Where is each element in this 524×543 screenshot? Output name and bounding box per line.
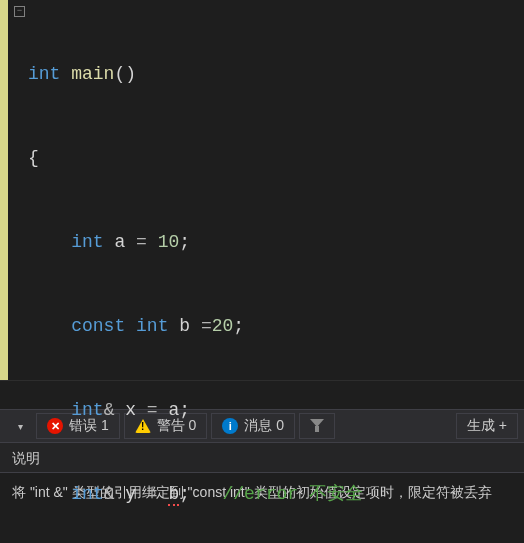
token-number: 20 bbox=[212, 316, 234, 336]
token-brace: { bbox=[28, 148, 39, 168]
code-editor[interactable]: − int main() { int a = 10; const int b =… bbox=[0, 0, 524, 380]
token-parens: () bbox=[114, 64, 136, 84]
chevron-down-icon: ▾ bbox=[18, 421, 23, 432]
token-ident: b bbox=[179, 316, 190, 336]
token-keyword: const bbox=[71, 316, 125, 336]
token-semi: ; bbox=[179, 400, 190, 420]
warning-icon bbox=[135, 419, 151, 433]
token-ident: a bbox=[114, 232, 125, 252]
token-function: main bbox=[71, 64, 114, 84]
code-line: int main() bbox=[26, 60, 524, 88]
token-semi: ; bbox=[179, 232, 190, 252]
token-op: = bbox=[136, 400, 168, 420]
token-semi: ; bbox=[179, 484, 190, 504]
token-type: int bbox=[71, 232, 103, 252]
token-semi: ; bbox=[233, 316, 244, 336]
token-op: = bbox=[125, 232, 157, 252]
token-type: int bbox=[28, 64, 60, 84]
filter-icon bbox=[310, 419, 324, 433]
code-line: int& y = b; //error 不安全 bbox=[26, 480, 524, 508]
token-type: int bbox=[136, 316, 168, 336]
editor-gutter: − bbox=[0, 0, 22, 380]
token-ident: x bbox=[125, 400, 136, 420]
code-line: { bbox=[26, 144, 524, 172]
token-op: = bbox=[136, 484, 168, 504]
code-area[interactable]: int main() { int a = 10; const int b =20… bbox=[22, 0, 524, 380]
token-type: int bbox=[71, 400, 103, 420]
token-number: 10 bbox=[158, 232, 180, 252]
token-comment: //error 不安全 bbox=[223, 484, 363, 504]
token-ident: y bbox=[125, 484, 136, 504]
code-line: int& x = a; bbox=[26, 396, 524, 424]
token-ident: a bbox=[168, 400, 179, 420]
code-line: const int b =20; bbox=[26, 312, 524, 340]
token-op: & bbox=[104, 400, 115, 420]
code-line: int a = 10; bbox=[26, 228, 524, 256]
token-op: & bbox=[104, 484, 115, 504]
token-op: = bbox=[190, 316, 212, 336]
token-ident-error: b bbox=[168, 484, 179, 506]
token-type: int bbox=[71, 484, 103, 504]
